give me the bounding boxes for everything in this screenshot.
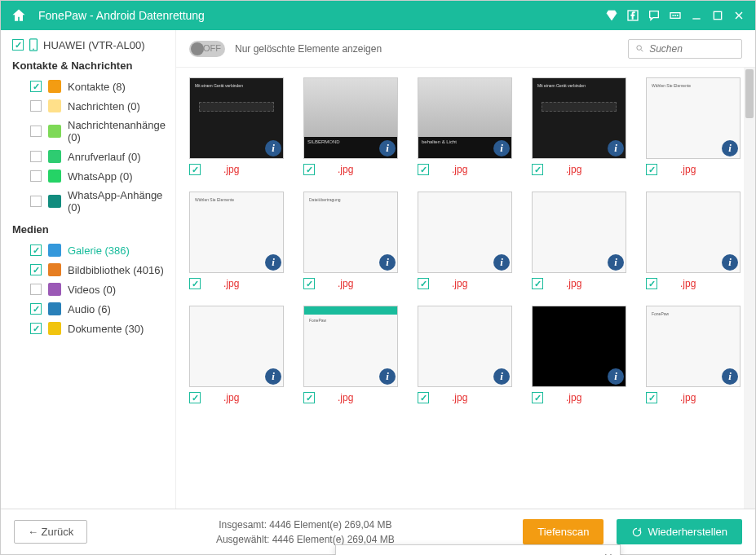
info-icon[interactable]: i	[608, 254, 624, 271]
info-icon[interactable]: i	[265, 368, 281, 385]
info-icon[interactable]: i	[722, 140, 738, 156]
category-checkbox[interactable]	[30, 323, 42, 334]
info-icon[interactable]: i	[265, 254, 281, 271]
category-checkbox[interactable]	[30, 170, 42, 182]
thumbnail-checkbox[interactable]	[189, 164, 201, 175]
thumbnail-checkbox[interactable]	[646, 278, 657, 289]
scrollbar-thumb[interactable]	[745, 69, 754, 118]
info-icon[interactable]: i	[379, 368, 396, 385]
feedback-icon[interactable]	[648, 9, 661, 22]
thumbnail[interactable]: i	[532, 306, 626, 387]
search-input[interactable]	[649, 43, 735, 55]
thumbnail-checkbox[interactable]	[189, 392, 201, 403]
thumbnail[interactable]: i	[646, 192, 741, 273]
info-icon[interactable]: i	[493, 254, 510, 271]
sidebar-category[interactable]: WhatsApp-Anhänge (0)	[12, 186, 170, 217]
scrollbar[interactable]	[744, 68, 755, 509]
thumbnail-checkbox[interactable]	[303, 164, 315, 175]
thumbnail[interactable]: Wählen Sie Elementei	[189, 192, 284, 273]
thumbnail-extension: .jpg	[223, 164, 239, 175]
device-row[interactable]: HUAWEI (VTR-AL00)	[12, 38, 170, 51]
thumbnail-extension: .jpg	[680, 278, 696, 289]
home-icon[interactable]	[11, 7, 27, 24]
thumbnail-checkbox[interactable]	[418, 164, 429, 175]
thumbnail[interactable]: behalten & Lichti	[418, 77, 512, 159]
thumbnail-cell: i.jpg	[532, 192, 634, 289]
tooltip-close-icon[interactable]: ✕	[603, 550, 613, 555]
category-checkbox[interactable]	[30, 100, 42, 112]
toggle-state: OFF	[203, 43, 221, 53]
sidebar-category[interactable]: Galerie (386)	[12, 240, 170, 260]
sidebar-category[interactable]: Videos (0)	[12, 280, 170, 299]
category-checkbox[interactable]	[30, 81, 42, 92]
category-label: Galerie (386)	[68, 244, 130, 257]
thumbnail-cell: i.jpg	[189, 306, 292, 403]
thumbnail[interactable]: Mit einem Gerät verbindeni	[532, 77, 626, 159]
thumbnail-checkbox[interactable]	[418, 278, 429, 289]
minimize-icon[interactable]	[690, 9, 703, 22]
category-checkbox[interactable]	[30, 196, 42, 207]
thumbnail-cell: i.jpg	[532, 306, 634, 403]
more-icon[interactable]	[669, 9, 682, 22]
sidebar-category[interactable]: Kontakte (8)	[12, 77, 170, 96]
category-checkbox[interactable]	[30, 151, 42, 162]
thumbnail-cell: Wählen Sie Elementei.jpg	[646, 77, 749, 175]
info-icon[interactable]: i	[379, 140, 396, 156]
info-icon[interactable]: i	[493, 140, 510, 156]
info-icon[interactable]: i	[493, 368, 510, 385]
sidebar-category[interactable]: Nachrichten (0)	[12, 96, 170, 116]
thumbnail[interactable]: FonePawi	[303, 306, 398, 387]
device-checkbox[interactable]	[12, 39, 24, 51]
thumbnail-checkbox[interactable]	[532, 164, 543, 175]
sidebar-category[interactable]: Anrufverlauf (0)	[12, 147, 170, 166]
sidebar-category[interactable]: WhatsApp (0)	[12, 166, 170, 186]
back-button[interactable]: ← Zurück	[14, 520, 87, 544]
thumbnail-checkbox[interactable]	[532, 392, 543, 403]
info-icon[interactable]: i	[722, 368, 738, 385]
svg-point-4	[677, 15, 679, 16]
category-checkbox[interactable]	[30, 264, 42, 275]
facebook-icon[interactable]	[626, 9, 639, 22]
sidebar-category[interactable]: Nachrichtenanhänge (0)	[12, 116, 170, 147]
thumbnail-extension: .jpg	[223, 278, 239, 289]
thumbnail-checkbox[interactable]	[646, 392, 657, 403]
info-icon[interactable]: i	[265, 140, 281, 156]
sidebar-category[interactable]: Dokumente (30)	[12, 319, 170, 338]
info-icon[interactable]: i	[379, 254, 396, 271]
thumbnail[interactable]: Wählen Sie Elementei	[646, 77, 741, 159]
thumbnail[interactable]: i	[418, 192, 512, 273]
category-checkbox[interactable]	[30, 284, 42, 295]
thumbnail-scroll[interactable]: Mit einem Gerät verbindeni.jpgSILBERMOND…	[176, 68, 755, 509]
diamond-icon[interactable]	[605, 9, 618, 22]
thumbnail-checkbox[interactable]	[532, 278, 543, 289]
thumbnail[interactable]: i	[189, 306, 284, 387]
thumbnail[interactable]: i	[532, 192, 626, 273]
sidebar-category[interactable]: Bildbibliothek (4016)	[12, 260, 170, 280]
sidebar-category[interactable]: Audio (6)	[12, 299, 170, 319]
thumbnail-checkbox[interactable]	[418, 392, 429, 403]
search-box[interactable]	[628, 39, 742, 59]
info-icon[interactable]: i	[608, 368, 624, 385]
thumbnail-checkbox[interactable]	[303, 278, 315, 289]
deleted-only-toggle[interactable]: OFF	[189, 41, 225, 57]
thumbnail[interactable]: i	[418, 306, 512, 387]
thumbnail[interactable]: SILBERMONDi	[303, 77, 398, 159]
thumbnail-checkbox[interactable]	[189, 278, 201, 289]
thumbnail-checkbox[interactable]	[646, 164, 657, 175]
thumbnail[interactable]: Mit einem Gerät verbindeni	[189, 77, 284, 159]
category-label: Videos (0)	[68, 284, 116, 296]
recover-button[interactable]: Wiederherstellen	[617, 519, 742, 544]
svg-rect-6	[714, 11, 721, 19]
thumbnail-checkbox[interactable]	[303, 392, 315, 403]
deepscan-button[interactable]: Tiefenscan	[523, 519, 603, 544]
category-checkbox[interactable]	[30, 244, 42, 256]
thumbnail[interactable]: FonePawi	[646, 306, 741, 387]
info-icon[interactable]: i	[722, 254, 738, 271]
close-icon[interactable]	[732, 9, 745, 22]
maximize-icon[interactable]	[711, 9, 724, 22]
category-checkbox[interactable]	[30, 126, 42, 137]
device-name: HUAWEI (VTR-AL00)	[43, 39, 144, 51]
thumbnail[interactable]: Dateiübertragungi	[303, 192, 398, 273]
category-checkbox[interactable]	[30, 303, 42, 315]
info-icon[interactable]: i	[608, 140, 624, 156]
